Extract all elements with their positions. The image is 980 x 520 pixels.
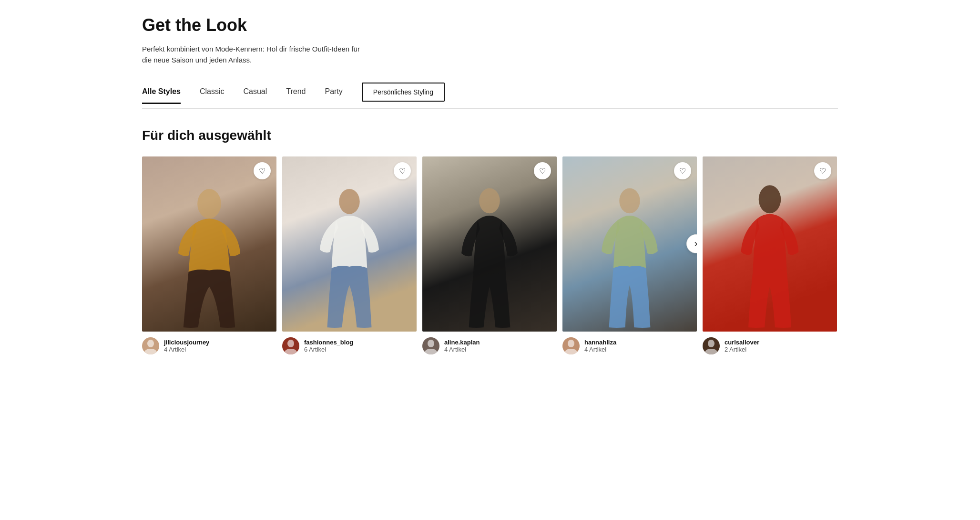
svg-point-8: [759, 185, 781, 213]
card-1-articles: 4 Artikel: [164, 346, 209, 353]
card-1-info: jiliciousjourney 4 Artikel: [142, 337, 276, 354]
card-4-username: hannahliza: [584, 339, 616, 346]
card-5-articles: 2 Artikel: [725, 346, 759, 353]
heart-2-icon: ♡: [399, 166, 406, 176]
card-4[interactable]: ♡ › hannahliza 4 Artikel: [562, 156, 697, 354]
figure-silhouette-1: [172, 183, 246, 332]
card-5-user-info: curlsallover 2 Artikel: [725, 339, 759, 353]
card-4-image: ♡ ›: [562, 156, 697, 332]
heart-1-icon: ♡: [259, 166, 265, 176]
card-4-heart-button[interactable]: ♡: [674, 162, 691, 179]
svg-point-5: [428, 340, 434, 347]
card-3-heart-button[interactable]: ♡: [534, 162, 551, 179]
chevron-right-icon: ›: [694, 239, 697, 249]
card-3-avatar: [422, 337, 439, 354]
tab-classic[interactable]: Classic: [200, 87, 225, 104]
svg-point-4: [479, 188, 500, 214]
page-description: Perfekt kombiniert von Mode-Kennern: Hol…: [142, 44, 361, 65]
card-1-image: ♡: [142, 156, 276, 332]
card-4-user-info: hannahliza 4 Artikel: [584, 339, 616, 353]
card-4-avatar: [562, 337, 580, 354]
svg-point-3: [287, 340, 294, 347]
card-2[interactable]: ♡ fashionnes_blog 6 Artikel: [282, 156, 417, 354]
tab-casual[interactable]: Casual: [244, 87, 267, 104]
tabs-row: Alle Styles Classic Casual Trend Party P…: [142, 83, 838, 109]
svg-point-0: [197, 189, 221, 218]
figure-silhouette-5: [733, 183, 806, 332]
figure-silhouette-4: [592, 183, 666, 332]
card-2-articles: 6 Artikel: [304, 346, 353, 353]
cards-row: ♡ jiliciousjourney 4 Artikel: [142, 156, 838, 354]
card-5[interactable]: ♡ curlsallover 2 Artikel: [703, 156, 837, 354]
tab-party[interactable]: Party: [325, 87, 343, 104]
section-title: Für dich ausgewählt: [142, 128, 838, 143]
svg-point-9: [708, 340, 715, 347]
card-1-username: jiliciousjourney: [164, 339, 209, 346]
card-4-articles: 4 Artikel: [584, 346, 616, 353]
heart-5-icon: ♡: [819, 166, 826, 176]
persoenliches-styling-button[interactable]: Persönliches Styling: [362, 83, 445, 102]
heart-3-icon: ♡: [539, 166, 546, 176]
card-3-info: aline.kaplan 4 Artikel: [422, 337, 557, 354]
page-title: Get the Look: [142, 15, 838, 35]
card-2-username: fashionnes_blog: [304, 339, 353, 346]
figure-silhouette-2: [312, 183, 386, 332]
tab-trend[interactable]: Trend: [286, 87, 306, 104]
heart-4-icon: ♡: [679, 166, 686, 176]
cards-outer: ♡ jiliciousjourney 4 Artikel: [142, 156, 838, 354]
svg-point-7: [568, 340, 574, 347]
card-2-avatar: [282, 337, 299, 354]
card-3-username: aline.kaplan: [444, 339, 480, 346]
card-2-user-info: fashionnes_blog 6 Artikel: [304, 339, 353, 353]
card-2-image: ♡: [282, 156, 417, 332]
next-arrow-button[interactable]: ›: [686, 234, 697, 253]
card-5-avatar: [703, 337, 720, 354]
figure-silhouette-3: [452, 183, 526, 332]
card-3-articles: 4 Artikel: [444, 346, 480, 353]
card-5-username: curlsallover: [725, 339, 759, 346]
card-2-info: fashionnes_blog 6 Artikel: [282, 337, 417, 354]
card-1-user-info: jiliciousjourney 4 Artikel: [164, 339, 209, 353]
card-2-heart-button[interactable]: ♡: [394, 162, 411, 179]
card-4-info: hannahliza 4 Artikel: [562, 337, 697, 354]
card-5-heart-button[interactable]: ♡: [814, 162, 831, 179]
card-5-image: ♡: [703, 156, 837, 332]
page-wrapper: Get the Look Perfekt kombiniert von Mode…: [123, 0, 857, 370]
svg-point-6: [619, 188, 640, 214]
tab-alle-styles[interactable]: Alle Styles: [142, 87, 181, 104]
card-1-avatar: [142, 337, 159, 354]
card-3-user-info: aline.kaplan 4 Artikel: [444, 339, 480, 353]
card-3-image: ♡: [422, 156, 557, 332]
svg-point-1: [147, 340, 154, 347]
card-3[interactable]: ♡ aline.kaplan 4 Artikel: [422, 156, 557, 354]
svg-point-2: [339, 189, 359, 214]
card-1-heart-button[interactable]: ♡: [254, 162, 271, 179]
card-1[interactable]: ♡ jiliciousjourney 4 Artikel: [142, 156, 276, 354]
card-5-info: curlsallover 2 Artikel: [703, 337, 837, 354]
